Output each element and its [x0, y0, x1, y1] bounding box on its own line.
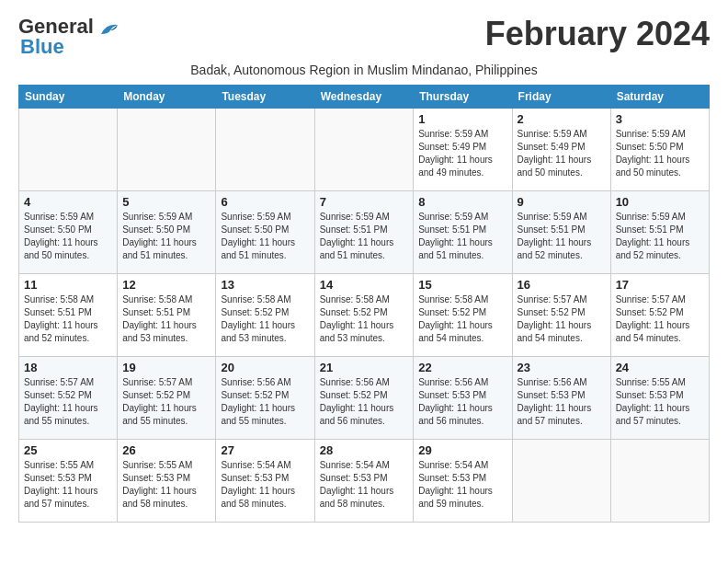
- day-info: Sunrise: 5:57 AM Sunset: 5:52 PM Dayligh…: [24, 376, 112, 428]
- day-info: Sunrise: 5:59 AM Sunset: 5:49 PM Dayligh…: [418, 128, 506, 179]
- day-info: Sunrise: 5:59 AM Sunset: 5:50 PM Dayligh…: [122, 211, 210, 262]
- day-info: Sunrise: 5:56 AM Sunset: 5:52 PM Dayligh…: [320, 376, 409, 428]
- calendar-cell: 5Sunrise: 5:59 AM Sunset: 5:50 PM Daylig…: [118, 191, 216, 274]
- calendar-cell: [216, 109, 314, 191]
- day-info: Sunrise: 5:58 AM Sunset: 5:51 PM Dayligh…: [122, 293, 210, 345]
- day-number: 16: [518, 278, 606, 292]
- day-number: 6: [221, 195, 309, 209]
- subtitle: Badak, Autonomous Region in Muslim Minda…: [18, 63, 710, 77]
- calendar-cell: 23Sunrise: 5:56 AM Sunset: 5:53 PM Dayli…: [512, 357, 610, 440]
- weekday-header-thursday: Thursday: [414, 86, 512, 109]
- calendar-cell: 16Sunrise: 5:57 AM Sunset: 5:52 PM Dayli…: [512, 274, 610, 357]
- day-info: Sunrise: 5:57 AM Sunset: 5:52 PM Dayligh…: [518, 293, 606, 345]
- calendar-cell: 9Sunrise: 5:59 AM Sunset: 5:51 PM Daylig…: [512, 191, 610, 274]
- calendar-cell: 22Sunrise: 5:56 AM Sunset: 5:53 PM Dayli…: [414, 357, 512, 440]
- day-info: Sunrise: 5:55 AM Sunset: 5:53 PM Dayligh…: [616, 376, 704, 428]
- day-info: Sunrise: 5:59 AM Sunset: 5:49 PM Dayligh…: [518, 128, 606, 179]
- logo-blue-text: Blue: [18, 35, 64, 59]
- calendar-cell: [314, 109, 414, 191]
- day-number: 26: [122, 443, 210, 457]
- day-info: Sunrise: 5:59 AM Sunset: 5:50 PM Dayligh…: [221, 211, 309, 262]
- calendar-cell: 18Sunrise: 5:57 AM Sunset: 5:52 PM Dayli…: [19, 357, 118, 440]
- calendar-cell: 28Sunrise: 5:54 AM Sunset: 5:53 PM Dayli…: [314, 440, 414, 523]
- day-info: Sunrise: 5:59 AM Sunset: 5:50 PM Dayligh…: [616, 128, 704, 179]
- calendar-cell: 24Sunrise: 5:55 AM Sunset: 5:53 PM Dayli…: [610, 357, 709, 440]
- calendar-cell: 19Sunrise: 5:57 AM Sunset: 5:52 PM Dayli…: [118, 357, 216, 440]
- day-info: Sunrise: 5:57 AM Sunset: 5:52 PM Dayligh…: [616, 293, 704, 345]
- calendar-cell: 11Sunrise: 5:58 AM Sunset: 5:51 PM Dayli…: [19, 274, 118, 357]
- day-info: Sunrise: 5:54 AM Sunset: 5:53 PM Dayligh…: [320, 459, 409, 511]
- day-number: 18: [24, 361, 112, 374]
- day-info: Sunrise: 5:54 AM Sunset: 5:53 PM Dayligh…: [418, 459, 506, 511]
- calendar-cell: 25Sunrise: 5:55 AM Sunset: 5:53 PM Dayli…: [19, 440, 118, 523]
- day-info: Sunrise: 5:59 AM Sunset: 5:50 PM Dayligh…: [24, 211, 112, 262]
- calendar-cell: [118, 109, 216, 191]
- calendar-cell: 2Sunrise: 5:59 AM Sunset: 5:49 PM Daylig…: [512, 109, 610, 191]
- calendar-cell: 21Sunrise: 5:56 AM Sunset: 5:52 PM Dayli…: [314, 357, 414, 440]
- day-number: 7: [320, 195, 409, 209]
- day-number: 21: [320, 361, 409, 374]
- day-number: 28: [320, 443, 409, 457]
- day-info: Sunrise: 5:58 AM Sunset: 5:52 PM Dayligh…: [221, 293, 309, 345]
- calendar-cell: [512, 440, 610, 523]
- weekday-header-wednesday: Wednesday: [314, 86, 414, 109]
- day-number: 14: [320, 278, 409, 292]
- header: General Blue February 2024: [18, 15, 710, 59]
- day-number: 5: [122, 195, 210, 209]
- calendar-cell: 14Sunrise: 5:58 AM Sunset: 5:52 PM Dayli…: [314, 274, 414, 357]
- day-number: 2: [518, 112, 606, 126]
- day-info: Sunrise: 5:59 AM Sunset: 5:51 PM Dayligh…: [616, 211, 704, 262]
- day-number: 29: [418, 443, 506, 457]
- day-number: 8: [418, 195, 506, 209]
- calendar-cell: 3Sunrise: 5:59 AM Sunset: 5:50 PM Daylig…: [610, 109, 709, 191]
- month-year-title: February 2024: [485, 15, 710, 53]
- calendar-cell: 13Sunrise: 5:58 AM Sunset: 5:52 PM Dayli…: [216, 274, 314, 357]
- calendar-cell: 15Sunrise: 5:58 AM Sunset: 5:52 PM Dayli…: [414, 274, 512, 357]
- day-info: Sunrise: 5:59 AM Sunset: 5:51 PM Dayligh…: [518, 211, 606, 262]
- day-number: 23: [518, 361, 606, 374]
- calendar-cell: 26Sunrise: 5:55 AM Sunset: 5:53 PM Dayli…: [118, 440, 216, 523]
- logo: General Blue: [18, 15, 119, 59]
- calendar-cell: 17Sunrise: 5:57 AM Sunset: 5:52 PM Dayli…: [610, 274, 709, 357]
- day-number: 11: [24, 278, 112, 292]
- day-number: 3: [616, 112, 704, 126]
- calendar-cell: [610, 440, 709, 523]
- day-info: Sunrise: 5:58 AM Sunset: 5:52 PM Dayligh…: [320, 293, 409, 345]
- calendar-cell: 20Sunrise: 5:56 AM Sunset: 5:52 PM Dayli…: [216, 357, 314, 440]
- calendar-table: SundayMondayTuesdayWednesdayThursdayFrid…: [18, 85, 710, 523]
- day-number: 20: [221, 361, 309, 374]
- day-number: 25: [24, 443, 112, 457]
- weekday-header-friday: Friday: [512, 86, 610, 109]
- day-number: 9: [518, 195, 606, 209]
- day-info: Sunrise: 5:58 AM Sunset: 5:51 PM Dayligh…: [24, 293, 112, 345]
- weekday-header-monday: Monday: [118, 86, 216, 109]
- calendar-cell: 1Sunrise: 5:59 AM Sunset: 5:49 PM Daylig…: [414, 109, 512, 191]
- calendar-cell: 4Sunrise: 5:59 AM Sunset: 5:50 PM Daylig…: [19, 191, 118, 274]
- calendar-cell: 7Sunrise: 5:59 AM Sunset: 5:51 PM Daylig…: [314, 191, 414, 274]
- weekday-header-tuesday: Tuesday: [216, 86, 314, 109]
- day-number: 4: [24, 195, 112, 209]
- calendar-cell: 8Sunrise: 5:59 AM Sunset: 5:51 PM Daylig…: [414, 191, 512, 274]
- day-info: Sunrise: 5:57 AM Sunset: 5:52 PM Dayligh…: [122, 376, 210, 428]
- calendar-cell: 10Sunrise: 5:59 AM Sunset: 5:51 PM Dayli…: [610, 191, 709, 274]
- weekday-header-saturday: Saturday: [610, 86, 709, 109]
- day-number: 15: [418, 278, 506, 292]
- day-number: 19: [122, 361, 210, 374]
- calendar-cell: 12Sunrise: 5:58 AM Sunset: 5:51 PM Dayli…: [118, 274, 216, 357]
- day-info: Sunrise: 5:56 AM Sunset: 5:52 PM Dayligh…: [221, 376, 309, 428]
- day-number: 13: [221, 278, 309, 292]
- day-info: Sunrise: 5:59 AM Sunset: 5:51 PM Dayligh…: [418, 211, 506, 262]
- day-info: Sunrise: 5:54 AM Sunset: 5:53 PM Dayligh…: [221, 459, 309, 511]
- day-info: Sunrise: 5:56 AM Sunset: 5:53 PM Dayligh…: [518, 376, 606, 428]
- calendar-cell: 27Sunrise: 5:54 AM Sunset: 5:53 PM Dayli…: [216, 440, 314, 523]
- day-number: 17: [616, 278, 704, 292]
- day-number: 10: [616, 195, 704, 209]
- calendar-cell: 6Sunrise: 5:59 AM Sunset: 5:50 PM Daylig…: [216, 191, 314, 274]
- calendar-cell: 29Sunrise: 5:54 AM Sunset: 5:53 PM Dayli…: [414, 440, 512, 523]
- day-info: Sunrise: 5:59 AM Sunset: 5:51 PM Dayligh…: [320, 211, 409, 262]
- day-number: 24: [616, 361, 704, 374]
- calendar-cell: [19, 109, 118, 191]
- day-info: Sunrise: 5:55 AM Sunset: 5:53 PM Dayligh…: [122, 459, 210, 511]
- day-number: 12: [122, 278, 210, 292]
- day-number: 27: [221, 443, 309, 457]
